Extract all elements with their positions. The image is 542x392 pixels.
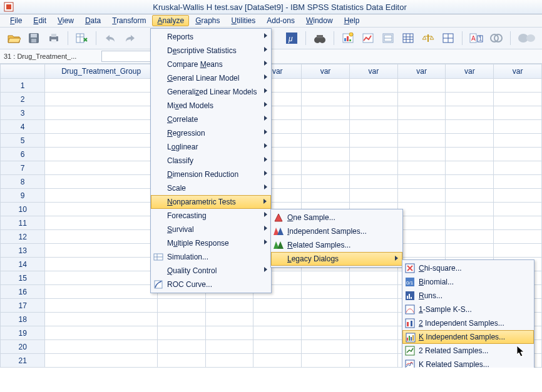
row-header[interactable]: 6 bbox=[1, 148, 45, 161]
cell[interactable] bbox=[302, 93, 350, 106]
cell[interactable] bbox=[397, 203, 446, 216]
analyze-item-survival[interactable]: Survival bbox=[151, 223, 271, 236]
legacy-dialogs-menu[interactable]: Chi-square...0/1Binomial...Runs...1-Samp… bbox=[402, 259, 534, 368]
cell[interactable] bbox=[397, 230, 446, 244]
cell[interactable] bbox=[397, 106, 446, 120]
analyze-item-forecasting[interactable]: Forecasting bbox=[151, 209, 271, 223]
cell[interactable] bbox=[302, 271, 350, 285]
cell[interactable] bbox=[253, 326, 302, 340]
analyze-item-compare-means[interactable]: Compare Means bbox=[151, 58, 271, 71]
cell[interactable] bbox=[45, 189, 157, 203]
row-header[interactable]: 18 bbox=[1, 313, 45, 326]
chart3-icon[interactable] bbox=[379, 29, 397, 47]
cell[interactable] bbox=[397, 161, 446, 175]
analyze-item-descriptive-statistics[interactable]: Descriptive Statistics bbox=[151, 44, 271, 58]
cell[interactable] bbox=[349, 285, 397, 299]
cell[interactable] bbox=[446, 230, 494, 244]
row-header[interactable]: 3 bbox=[1, 106, 45, 120]
cell[interactable] bbox=[302, 175, 350, 189]
menu-graphs[interactable]: Graphs bbox=[190, 15, 225, 26]
cell[interactable] bbox=[494, 230, 542, 244]
cell[interactable] bbox=[45, 326, 157, 340]
menu-add-ons[interactable]: Add-ons bbox=[262, 15, 300, 26]
legacy-item-binomial[interactable]: 0/1Binomial... bbox=[402, 275, 534, 289]
cell[interactable] bbox=[446, 161, 494, 175]
cell[interactable] bbox=[494, 216, 542, 230]
cell[interactable] bbox=[446, 106, 494, 120]
row-header[interactable]: 20 bbox=[1, 340, 45, 354]
analyze-item-quality-control[interactable]: Quality Control bbox=[151, 264, 271, 278]
cell[interactable] bbox=[302, 340, 350, 354]
cell[interactable] bbox=[446, 93, 494, 106]
cell[interactable] bbox=[205, 299, 253, 313]
cell[interactable] bbox=[45, 161, 157, 175]
nonparam-item-legacy-dialogs[interactable]: Legacy Dialogs bbox=[271, 252, 402, 266]
cell[interactable] bbox=[205, 313, 253, 326]
analyze-item-mixed-models[interactable]: Mixed Models bbox=[151, 99, 271, 113]
cell[interactable] bbox=[349, 175, 397, 189]
nonparam-item-related-samples[interactable]: Related Samples... bbox=[271, 238, 402, 252]
menu-data[interactable]: Data bbox=[80, 15, 106, 26]
menu-window[interactable]: Window bbox=[301, 15, 338, 26]
cell[interactable] bbox=[302, 134, 350, 148]
cell[interactable] bbox=[45, 79, 157, 93]
cell[interactable] bbox=[205, 326, 253, 340]
chart2-icon[interactable] bbox=[359, 29, 377, 47]
cell[interactable] bbox=[205, 340, 253, 354]
cell[interactable] bbox=[302, 79, 350, 93]
row-header[interactable]: 19 bbox=[1, 326, 45, 340]
cell[interactable] bbox=[446, 203, 494, 216]
cell[interactable] bbox=[45, 134, 157, 148]
chart1-icon[interactable] bbox=[339, 29, 357, 47]
blob-icon[interactable] bbox=[516, 29, 537, 47]
cell[interactable] bbox=[349, 354, 397, 368]
menu-analyze[interactable]: Analyze bbox=[152, 15, 189, 26]
row-header[interactable]: 21 bbox=[1, 354, 45, 368]
cell[interactable] bbox=[349, 161, 397, 175]
cell[interactable] bbox=[45, 203, 157, 216]
dataset-button[interactable] bbox=[73, 29, 91, 47]
cell[interactable] bbox=[205, 354, 253, 368]
cell[interactable] bbox=[45, 313, 157, 326]
menu-help[interactable]: Help bbox=[339, 15, 365, 26]
data-grid[interactable]: Drug_Treatment_Groupvarvarvarvarvarvarva… bbox=[0, 64, 542, 368]
cell[interactable] bbox=[253, 354, 302, 368]
cell[interactable] bbox=[45, 285, 157, 299]
cell[interactable] bbox=[349, 148, 397, 161]
cell[interactable] bbox=[349, 93, 397, 106]
grid-icon[interactable] bbox=[399, 29, 417, 47]
row-header[interactable]: 14 bbox=[1, 258, 45, 271]
grid2-icon[interactable] bbox=[439, 29, 457, 47]
analyze-item-multiple-response[interactable]: Multiple Response bbox=[151, 236, 271, 250]
cell[interactable] bbox=[446, 189, 494, 203]
cell[interactable] bbox=[494, 106, 542, 120]
row-header[interactable]: 1 bbox=[1, 79, 45, 93]
cell[interactable] bbox=[397, 175, 446, 189]
cell[interactable] bbox=[446, 148, 494, 161]
analyze-item-scale[interactable]: Scale bbox=[151, 181, 271, 195]
cell[interactable] bbox=[494, 244, 542, 258]
column-header-var[interactable]: var bbox=[446, 64, 494, 79]
cell[interactable] bbox=[45, 258, 157, 271]
cell[interactable] bbox=[157, 299, 205, 313]
cell[interactable] bbox=[349, 120, 397, 134]
row-header[interactable]: 12 bbox=[1, 230, 45, 244]
cell[interactable] bbox=[349, 313, 397, 326]
row-header[interactable]: 10 bbox=[1, 203, 45, 216]
analyze-item-roc-curve[interactable]: ROC Curve... bbox=[151, 278, 271, 291]
row-header[interactable]: 15 bbox=[1, 271, 45, 285]
cell[interactable] bbox=[302, 106, 350, 120]
analyze-item-nonparametric-tests[interactable]: Nonparametric Tests bbox=[151, 195, 271, 209]
cell[interactable] bbox=[349, 79, 397, 93]
cell[interactable] bbox=[397, 93, 446, 106]
cell[interactable] bbox=[302, 299, 350, 313]
labels-icon[interactable]: A14 bbox=[468, 29, 485, 47]
cell[interactable] bbox=[302, 326, 350, 340]
cell[interactable] bbox=[397, 134, 446, 148]
column-header-variable[interactable]: Drug_Treatment_Group bbox=[45, 64, 157, 79]
analyze-item-simulation[interactable]: Simulation... bbox=[151, 250, 271, 264]
legacy-item-chi-square[interactable]: Chi-square... bbox=[402, 261, 534, 275]
cell[interactable] bbox=[446, 134, 494, 148]
legacy-item-2-independent-samples[interactable]: 2 Independent Samples... bbox=[402, 316, 534, 330]
cell[interactable] bbox=[446, 216, 494, 230]
